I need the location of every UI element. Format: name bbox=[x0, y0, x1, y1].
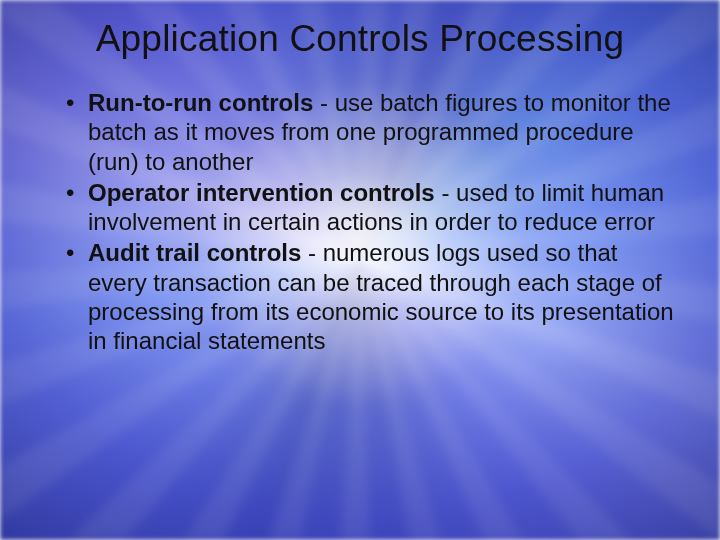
bullet-sep: - bbox=[435, 179, 456, 206]
slide-title: Application Controls Processing bbox=[40, 18, 680, 60]
list-item: Operator intervention controls - used to… bbox=[66, 178, 680, 237]
list-item: Audit trail controls - numerous logs use… bbox=[66, 238, 680, 355]
bullet-term: Audit trail controls bbox=[88, 239, 301, 266]
slide-content: Application Controls Processing Run-to-r… bbox=[0, 0, 720, 540]
list-item: Run-to-run controls - use batch figures … bbox=[66, 88, 680, 176]
bullet-sep: - bbox=[313, 89, 334, 116]
bullet-term: Run-to-run controls bbox=[88, 89, 313, 116]
bullet-list: Run-to-run controls - use batch figures … bbox=[40, 88, 680, 355]
bullet-term: Operator intervention controls bbox=[88, 179, 435, 206]
bullet-sep: - bbox=[301, 239, 322, 266]
